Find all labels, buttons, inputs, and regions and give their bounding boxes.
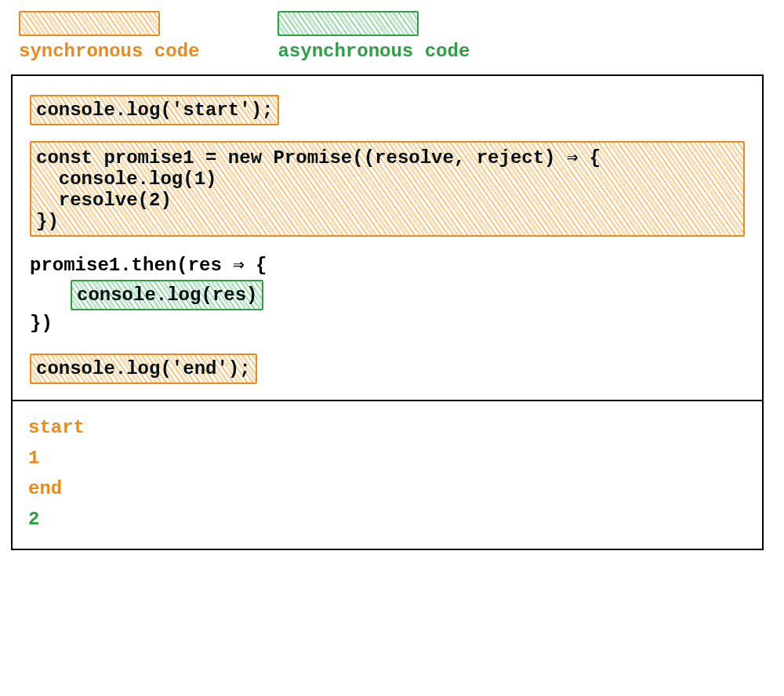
output-line: end	[28, 473, 746, 504]
output-panel: start 1 end 2	[13, 401, 762, 549]
legend-item-sync: synchronous code	[19, 11, 199, 62]
code-text: console.log(res)	[77, 285, 257, 306]
output-line: start	[28, 412, 746, 443]
highlight-sync: console.log('end');	[30, 353, 257, 384]
code-row-then: promise1.then(res ⇒ { console.log(res) }…	[30, 252, 745, 338]
highlight-async: console.log(res)	[71, 280, 263, 310]
code-row-promise: const promise1 = new Promise((resolve, r…	[30, 141, 745, 237]
code-row-end: console.log('end');	[30, 353, 745, 384]
code-panel: console.log('start'); const promise1 = n…	[13, 76, 762, 401]
code-text: })	[30, 310, 745, 338]
code-text: const promise1 = new Promise((resolve, r…	[36, 147, 601, 232]
legend-swatch-async	[278, 11, 419, 36]
highlight-sync: console.log('start');	[30, 95, 279, 125]
output-line: 1	[28, 443, 746, 473]
legend-label-async: asynchronous code	[278, 41, 470, 62]
code-row-start: console.log('start');	[30, 95, 745, 125]
legend-item-async: asynchronous code	[278, 11, 470, 62]
legend-label-sync: synchronous code	[19, 41, 199, 62]
highlight-sync: const promise1 = new Promise((resolve, r…	[30, 141, 745, 237]
diagram-container: console.log('start'); const promise1 = n…	[11, 74, 764, 550]
legend: synchronous code asynchronous code	[19, 11, 773, 62]
code-text: console.log('end');	[36, 358, 251, 379]
legend-swatch-sync	[19, 11, 160, 36]
output-line: 2	[28, 504, 746, 535]
code-text: promise1.then(res ⇒ {	[30, 252, 745, 280]
code-text: console.log('start');	[36, 100, 273, 121]
